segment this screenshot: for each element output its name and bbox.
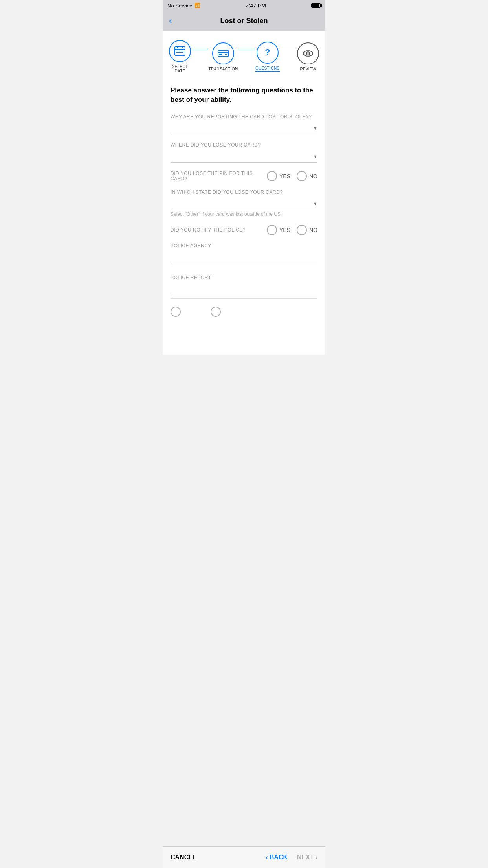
radio-label-police-yes: YES bbox=[279, 227, 290, 233]
field-extra bbox=[171, 307, 317, 317]
nav-bar: ‹ Lost or Stolen bbox=[163, 11, 325, 31]
step-questions[interactable]: ? QUESTIONS bbox=[255, 42, 280, 72]
field-police-report: POLICE REPORT bbox=[171, 275, 317, 299]
carrier-label: No Service bbox=[167, 3, 193, 9]
field-label-police-report: POLICE REPORT bbox=[171, 275, 317, 280]
radio-circle-extra-no bbox=[211, 307, 221, 317]
form-section: Please answer the following questions to… bbox=[163, 79, 325, 331]
svg-rect-7 bbox=[182, 51, 183, 51]
field-pin: DID YOU LOSE THE PIN FOR THIS CARD? YES … bbox=[171, 171, 317, 182]
radio-label-pin-yes: YES bbox=[279, 173, 290, 179]
progress-steps: SELECT DATE TRANSACTION bbox=[169, 40, 319, 73]
dropdown-arrow-reason: ▼ bbox=[313, 126, 317, 131]
radio-extra-no[interactable] bbox=[211, 307, 221, 317]
dropdown-arrow-location: ▼ bbox=[313, 154, 317, 159]
svg-rect-5 bbox=[178, 51, 180, 51]
field-state: IN WHICH STATE DID YOU LOSE YOUR CARD? ▼… bbox=[171, 189, 317, 217]
step-circle-questions: ? bbox=[257, 42, 279, 64]
radio-options-pin: YES NO bbox=[267, 171, 317, 181]
step-select-date[interactable]: SELECT DATE bbox=[169, 40, 191, 73]
radio-police-yes[interactable]: YES bbox=[267, 225, 290, 235]
radio-circle-extra-yes bbox=[171, 307, 181, 317]
radio-extra-yes[interactable] bbox=[171, 307, 181, 317]
field-reason: WHY ARE YOU REPORTING THE CARD LOST OR S… bbox=[171, 114, 317, 134]
svg-rect-10 bbox=[180, 52, 182, 53]
status-time: 2:47 PM bbox=[246, 2, 266, 9]
field-label-police: DID YOU NOTIFY THE POLICE? bbox=[171, 227, 267, 233]
step-label-review: REVIEW bbox=[300, 67, 316, 71]
svg-text:?: ? bbox=[265, 47, 270, 57]
connector-2 bbox=[238, 50, 255, 50]
radio-circle-pin-yes bbox=[267, 171, 277, 181]
battery-indicator bbox=[311, 3, 321, 8]
eye-icon bbox=[302, 48, 314, 59]
field-label-pin: DID YOU LOSE THE PIN FOR THIS CARD? bbox=[171, 171, 267, 182]
step-circle-select-date bbox=[169, 40, 191, 62]
svg-point-19 bbox=[308, 53, 309, 54]
main-content: SELECT DATE TRANSACTION bbox=[163, 31, 325, 355]
connector-3 bbox=[280, 50, 297, 50]
status-left: No Service 📶 bbox=[167, 3, 200, 9]
svg-rect-4 bbox=[176, 51, 178, 51]
battery-fill bbox=[312, 4, 319, 7]
form-intro: Please answer the following questions to… bbox=[171, 86, 317, 105]
radio-label-police-no: NO bbox=[309, 227, 317, 233]
radio-label-pin-no: NO bbox=[309, 173, 317, 179]
back-button[interactable]: ‹ bbox=[169, 16, 172, 26]
dropdown-arrow-state: ▼ bbox=[313, 201, 317, 206]
question-icon: ? bbox=[262, 47, 273, 59]
separator-police-agency bbox=[171, 267, 317, 267]
field-label-state: IN WHICH STATE DID YOU LOSE YOUR CARD? bbox=[171, 189, 317, 195]
battery-icon bbox=[311, 3, 321, 8]
page-title: Lost or Stolen bbox=[220, 17, 268, 25]
step-label-transaction: TRANSACTION bbox=[208, 67, 238, 71]
svg-rect-12 bbox=[218, 50, 228, 57]
field-police-agency: POLICE AGENCY bbox=[171, 243, 317, 267]
radio-circle-pin-no bbox=[297, 171, 307, 181]
card-icon bbox=[217, 48, 229, 59]
radio-options-extra bbox=[171, 307, 221, 317]
radio-pin-yes[interactable]: YES bbox=[267, 171, 290, 181]
input-police-report[interactable] bbox=[171, 283, 317, 295]
radio-options-police: YES NO bbox=[267, 225, 317, 235]
step-transaction[interactable]: TRANSACTION bbox=[208, 42, 238, 71]
dropdown-reason[interactable]: ▼ bbox=[171, 123, 317, 134]
field-hint-state: Select "Other" if your card was lost out… bbox=[171, 211, 317, 217]
step-label-select-date: SELECT DATE bbox=[169, 64, 191, 73]
field-police: DID YOU NOTIFY THE POLICE? YES NO bbox=[171, 225, 317, 235]
connector-1 bbox=[191, 50, 208, 50]
field-label-reason: WHY ARE YOU REPORTING THE CARD LOST OR S… bbox=[171, 114, 317, 120]
field-label-police-agency: POLICE AGENCY bbox=[171, 243, 317, 248]
radio-circle-police-yes bbox=[267, 225, 277, 235]
wifi-icon: 📶 bbox=[194, 3, 200, 8]
step-label-questions: QUESTIONS bbox=[255, 66, 280, 72]
field-location: WHERE DID YOU LOSE YOUR CARD? ▼ bbox=[171, 142, 317, 163]
svg-rect-6 bbox=[180, 51, 182, 51]
separator-police-report bbox=[171, 298, 317, 299]
progress-container: SELECT DATE TRANSACTION bbox=[163, 31, 325, 79]
field-label-location: WHERE DID YOU LOSE YOUR CARD? bbox=[171, 142, 317, 148]
step-review[interactable]: REVIEW bbox=[297, 42, 319, 71]
svg-rect-8 bbox=[176, 52, 178, 53]
dropdown-state[interactable]: ▼ bbox=[171, 198, 317, 210]
dropdown-location[interactable]: ▼ bbox=[171, 151, 317, 163]
step-circle-transaction bbox=[212, 42, 234, 64]
svg-rect-0 bbox=[175, 47, 185, 55]
input-police-agency[interactable] bbox=[171, 252, 317, 263]
svg-rect-14 bbox=[219, 54, 222, 55]
radio-circle-police-no bbox=[297, 225, 307, 235]
radio-police-no[interactable]: NO bbox=[297, 225, 317, 235]
svg-rect-11 bbox=[182, 52, 183, 53]
step-circle-review bbox=[297, 42, 319, 64]
status-bar: No Service 📶 2:47 PM bbox=[163, 0, 325, 11]
svg-rect-9 bbox=[178, 52, 180, 53]
radio-pin-no[interactable]: NO bbox=[297, 171, 317, 181]
calendar-icon bbox=[174, 45, 186, 57]
